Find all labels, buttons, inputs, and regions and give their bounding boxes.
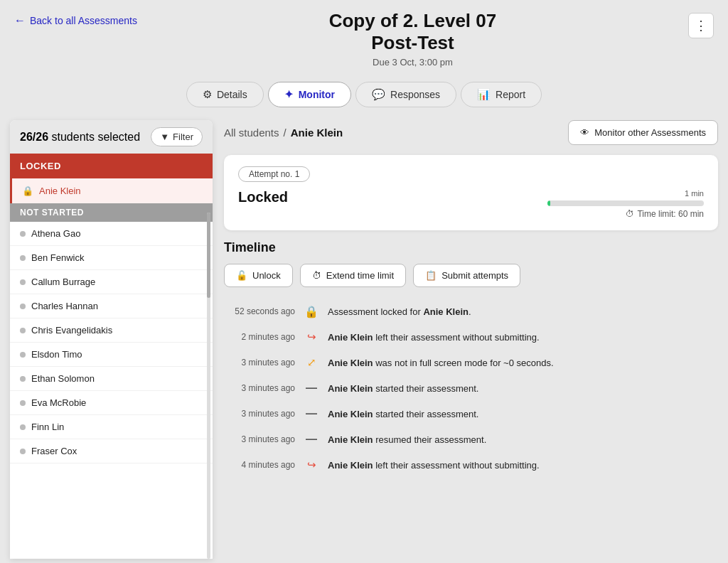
tl-event: 3 minutes ago — Anie Klein started their…: [224, 401, 718, 427]
breadcrumb-current: Anie Klein: [291, 127, 343, 139]
list-item[interactable]: Chris Evangelidakis: [10, 318, 213, 343]
student-name: Athena Gao: [31, 228, 80, 239]
clock-extend-icon: ⏱: [312, 270, 321, 281]
back-link-label: Back to all Assessments: [30, 15, 137, 26]
student-name: Finn Lin: [31, 422, 64, 432]
student-name: Ethan Solomon: [31, 373, 95, 384]
filter-button[interactable]: ▼ Filter: [151, 127, 203, 146]
lock-red-icon: 🔒: [304, 304, 319, 319]
sidebar: 26/26 students selected ▼ Filter LOCKED …: [10, 120, 213, 559]
attempt-number-badge: Attempt no. 1: [238, 166, 310, 182]
student-dot: [20, 304, 26, 309]
event-time: 52 seconds ago: [224, 306, 295, 316]
tl-event: 3 minutes ago — Anie Klein resumed their…: [224, 427, 718, 452]
students-count: 26/26 students selected: [20, 131, 140, 144]
event-time: 3 minutes ago: [224, 383, 295, 393]
student-dot: [20, 328, 26, 333]
event-time: 4 minutes ago: [224, 460, 295, 470]
unlock-icon: 🔓: [236, 270, 247, 281]
list-item[interactable]: Ethan Solomon: [10, 367, 213, 391]
students-count-number: 26/26: [20, 131, 48, 143]
attempt-status: Locked: [238, 189, 288, 205]
page-title: Copy of 2. Level 07Post-Test: [137, 10, 688, 54]
list-item[interactable]: Elsdon Timo: [10, 343, 213, 367]
scrollbar-track: [207, 213, 210, 559]
student-dot: [20, 352, 26, 358]
filter-icon: ▼: [160, 132, 169, 142]
list-item[interactable]: Finn Lin: [10, 415, 213, 439]
attempt-progress-side: 1 min ⏱ Time limit: 60 min: [519, 189, 704, 219]
submit-icon: 📋: [425, 270, 437, 281]
attempt-status-row: Locked 1 min ⏱ Time limit: 60 min: [238, 189, 704, 219]
student-name: Charles Hannan: [31, 301, 98, 311]
student-name: Callum Burrage: [31, 277, 95, 287]
main-layout: 26/26 students selected ▼ Filter LOCKED …: [0, 120, 728, 559]
event-time: 3 minutes ago: [224, 409, 295, 419]
tabs-bar: ⚙ Details ✦ Monitor 💬 Responses 📊 Report: [0, 82, 728, 107]
student-dot: [20, 424, 26, 430]
clock-icon: ⏱: [626, 209, 634, 219]
tab-responses-label: Responses: [390, 89, 440, 100]
student-name: Elsdon Timo: [31, 349, 82, 360]
event-text: Anie Klein started their assessment.: [328, 409, 718, 419]
monitor-other-button[interactable]: 👁 Monitor other Assessments: [568, 120, 718, 145]
submit-attempts-button[interactable]: 📋 Submit attempts: [413, 264, 520, 287]
event-text: Assessment locked for Anie Klein.: [328, 306, 718, 317]
unlock-label: Unlock: [252, 270, 281, 281]
student-name: Eva McRobie: [31, 397, 86, 408]
back-arrow-icon: ←: [14, 14, 26, 27]
sidebar-header: 26/26 students selected ▼ Filter: [10, 120, 213, 154]
eye-icon: 👁: [580, 127, 589, 138]
tl-event: 52 seconds ago 🔒 Assessment locked for A…: [224, 299, 718, 324]
student-dot: [20, 279, 26, 285]
title-area: Copy of 2. Level 07Post-Test Due 3 Oct, …: [137, 10, 688, 68]
event-text: Anie Klein left their assessment without…: [328, 332, 718, 343]
responses-icon: 💬: [372, 88, 385, 101]
content-top-row: All students / Anie Klein 👁 Monitor othe…: [224, 120, 718, 145]
exit-red-icon-2: ↪: [304, 457, 319, 473]
tab-monitor[interactable]: ✦ Monitor: [268, 82, 351, 107]
list-item[interactable]: Ben Fenwick: [10, 246, 213, 270]
tab-monitor-label: Monitor: [299, 89, 335, 100]
list-item[interactable]: Eva McRobie: [10, 391, 213, 415]
list-item[interactable]: Athena Gao: [10, 222, 213, 246]
filter-label: Filter: [173, 132, 193, 142]
list-item[interactable]: Charles Hannan: [10, 294, 213, 318]
student-dot: [20, 449, 26, 454]
details-icon: ⚙: [203, 88, 212, 101]
monitor-other-label: Monitor other Assessments: [594, 127, 706, 138]
page-due: Due 3 Oct, 3:00 pm: [137, 57, 688, 68]
content-area: All students / Anie Klein 👁 Monitor othe…: [213, 120, 718, 559]
student-dot: [20, 231, 26, 237]
event-text: Anie Klein was not in full screen mode f…: [328, 358, 718, 368]
page-header: ← Back to all Assessments Copy of 2. Lev…: [0, 0, 728, 75]
event-text: Anie Klein resumed their assessment.: [328, 434, 718, 445]
report-icon: 📊: [477, 88, 491, 101]
fullscreen-icon: ⤢: [304, 355, 319, 370]
locked-section-header: LOCKED: [10, 154, 213, 178]
tl-event: 3 minutes ago ⤢ Anie Klein was not in fu…: [224, 350, 718, 375]
extend-time-button[interactable]: ⏱ Extend time limit: [300, 264, 406, 287]
submit-label: Submit attempts: [441, 270, 508, 281]
student-name: Ben Fenwick: [31, 252, 84, 263]
dash-icon: —: [304, 406, 319, 422]
progress-bar-fill: [547, 200, 550, 206]
list-item[interactable]: Callum Burrage: [10, 270, 213, 294]
tab-responses[interactable]: 💬 Responses: [355, 82, 456, 107]
more-button[interactable]: ⋮: [688, 13, 714, 38]
event-time: 2 minutes ago: [224, 332, 295, 342]
locked-student-item[interactable]: 🔒 Anie Klein: [10, 178, 213, 203]
tab-report-label: Report: [496, 89, 525, 100]
monitor-icon: ✦: [284, 88, 294, 101]
timeline-actions: 🔓 Unlock ⏱ Extend time limit 📋 Submit at…: [224, 264, 718, 287]
back-link[interactable]: ← Back to all Assessments: [14, 14, 137, 27]
scrollbar-thumb[interactable]: [207, 213, 210, 298]
timeline-section: Timeline 🔓 Unlock ⏱ Extend time limit 📋 …: [224, 240, 718, 478]
tab-report[interactable]: 📊 Report: [461, 82, 542, 107]
tab-details-label: Details: [217, 89, 247, 100]
progress-bar-track: [547, 200, 704, 206]
list-item[interactable]: Fraser Cox: [10, 439, 213, 463]
tab-details[interactable]: ⚙ Details: [186, 82, 264, 107]
unlock-button[interactable]: 🔓 Unlock: [224, 264, 293, 287]
breadcrumb: All students / Anie Klein: [224, 127, 343, 139]
